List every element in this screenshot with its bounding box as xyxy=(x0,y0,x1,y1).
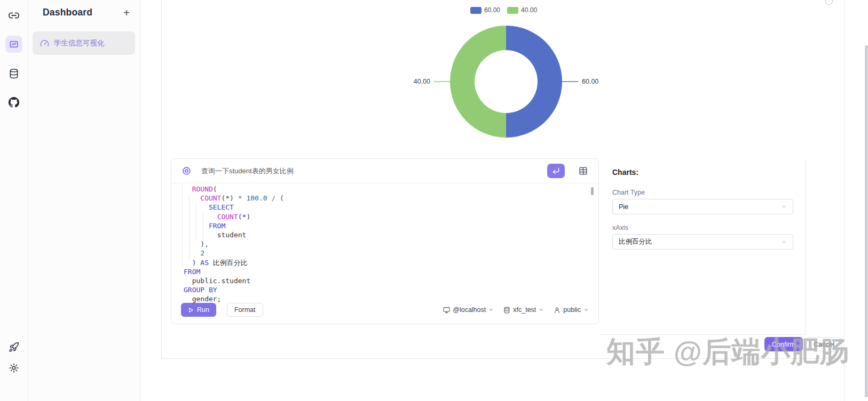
charts-options-panel: Charts: Chart Type Pie xAxis 比例百分比 xyxy=(599,158,806,335)
charts-panel-title: Charts: xyxy=(612,168,638,177)
card-left-border xyxy=(161,0,162,358)
xaxis-select[interactable]: 比例百分比 xyxy=(612,234,793,250)
result-table-button[interactable] xyxy=(579,166,588,175)
chevron-down-icon xyxy=(488,307,494,312)
chevron-down-icon xyxy=(781,239,787,245)
confirm-button[interactable]: Confirm xyxy=(764,337,803,351)
chart-type-label: Chart Type xyxy=(612,189,645,196)
connection-row: @localhost xfc_test public xyxy=(443,306,589,314)
donut-hole xyxy=(475,50,538,113)
database-selector[interactable]: xfc_test xyxy=(503,306,544,314)
editor-footer: Run Format @localhost xfc_test public xyxy=(171,300,598,319)
xaxis-value: 比例百分比 xyxy=(619,237,652,246)
nl-query-input[interactable] xyxy=(201,167,547,175)
pie-labelline-left xyxy=(434,81,451,82)
database-icon xyxy=(503,307,510,314)
github-icon[interactable] xyxy=(9,97,20,108)
icon-rail xyxy=(0,0,28,401)
chart-frame-icon xyxy=(9,39,19,49)
donut-chart[interactable] xyxy=(450,26,562,138)
link-icon[interactable] xyxy=(8,10,20,21)
query-header xyxy=(171,159,598,183)
schema-selector[interactable]: public xyxy=(554,306,589,314)
schema-icon xyxy=(554,307,561,314)
run-button-label: Run xyxy=(197,306,209,314)
table-icon xyxy=(579,166,588,175)
card-bottom-border xyxy=(161,358,845,359)
run-button[interactable]: Run xyxy=(181,303,216,317)
submit-query-button[interactable] xyxy=(547,164,565,178)
loader-icon xyxy=(825,0,833,5)
chart-type-value: Pie xyxy=(619,203,628,211)
sql-code-editor[interactable]: ROUND( COUNT(*) * 100.0 / ( SELECT COUNT… xyxy=(171,184,598,306)
page-scrollbar[interactable] xyxy=(865,45,868,397)
sidebar-item-dashboards[interactable] xyxy=(5,36,22,53)
legend-label: 40.00 xyxy=(521,6,537,14)
database-label: xfc_test xyxy=(513,306,536,314)
indent-guide xyxy=(182,185,183,268)
chart-legend: 60.0040.00 xyxy=(470,6,537,14)
enter-icon xyxy=(552,167,560,175)
sidebar-title: Dashboard xyxy=(43,7,92,18)
sidebar-item-label: 学生信息可视化 xyxy=(54,38,105,48)
database-rail-icon[interactable] xyxy=(9,68,19,79)
gauge-icon xyxy=(40,39,49,48)
sql-query-panel: ROUND( COUNT(*) * 100.0 / ( SELECT COUNT… xyxy=(171,158,599,324)
play-icon xyxy=(188,307,194,313)
legend-item[interactable]: 60.00 xyxy=(470,6,500,14)
chart-type-select[interactable]: Pie xyxy=(612,199,793,214)
xaxis-label: xAxis xyxy=(612,224,628,231)
pie-label-right: 60.00 xyxy=(582,78,611,85)
sql-code: ROUND( COUNT(*) * 100.0 / ( SELECT COUNT… xyxy=(184,185,284,303)
dashboard-sidebar: Dashboard + 学生信息可视化 xyxy=(28,0,140,401)
sidebar-item-student-visualization[interactable]: 学生信息可视化 xyxy=(33,31,135,55)
schema-label: public xyxy=(563,306,581,314)
pie-labelline-right xyxy=(561,81,578,82)
add-dashboard-button[interactable]: + xyxy=(121,6,132,20)
target-icon xyxy=(182,166,191,175)
content-right-border xyxy=(844,0,845,401)
pie-label-left: 40.00 xyxy=(401,78,430,85)
host-selector[interactable]: @localhost xyxy=(443,306,494,314)
postgres-host-icon xyxy=(443,307,450,314)
host-label: @localhost xyxy=(453,306,486,314)
editor-scrollbar-thumb[interactable] xyxy=(591,187,594,195)
gear-icon[interactable] xyxy=(9,363,19,373)
format-button[interactable]: Format xyxy=(227,303,263,317)
chevron-down-icon xyxy=(539,307,544,312)
legend-item[interactable]: 40.00 xyxy=(507,6,537,14)
chevron-down-icon xyxy=(781,204,787,210)
legend-swatch xyxy=(507,7,518,14)
chevron-down-icon xyxy=(583,307,589,312)
legend-label: 60.00 xyxy=(484,6,500,14)
cancel-button[interactable]: Cancel xyxy=(806,337,842,351)
rocket-icon[interactable] xyxy=(9,342,19,352)
legend-swatch xyxy=(470,7,482,14)
